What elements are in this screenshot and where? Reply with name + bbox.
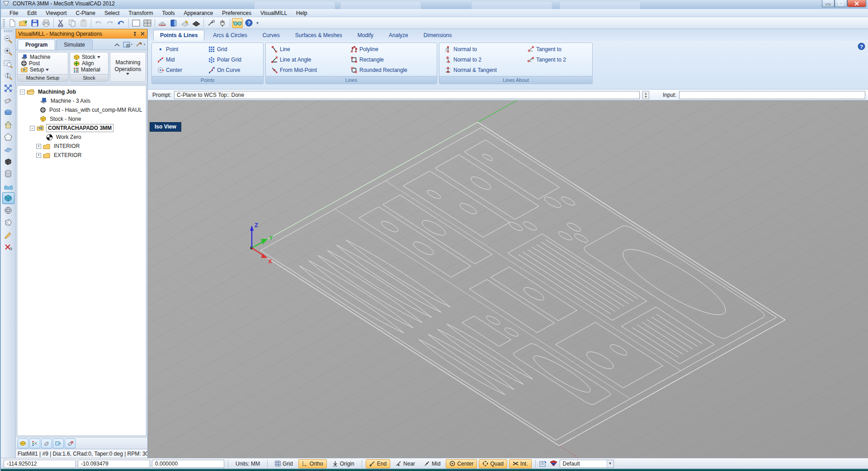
snap-int-toggle[interactable]: Int. — [509, 459, 532, 468]
pin-icon[interactable] — [132, 31, 137, 37]
points-on-curve-button[interactable]: On Curve — [207, 65, 259, 75]
menu-appearance[interactable]: Appearance — [179, 10, 217, 17]
prompt-field[interactable]: C-Plane to WCS Top:: Done — [174, 91, 640, 99]
menu-visualmill[interactable]: VisualMILL — [256, 10, 291, 17]
ribbon-tab-analyze[interactable]: Analyze — [382, 30, 415, 41]
zoom-selected-icon[interactable] — [2, 70, 14, 82]
snap-center-toggle[interactable]: Center — [446, 459, 477, 468]
line-button[interactable]: Line — [269, 44, 343, 54]
polyhedron-icon[interactable] — [2, 217, 14, 228]
disc-icon[interactable] — [2, 107, 14, 119]
snap-quad-toggle[interactable]: Quad — [479, 459, 507, 468]
machine-button[interactable]: Machine — [20, 54, 66, 60]
viewport-quad-icon[interactable] — [142, 18, 153, 28]
align-button[interactable]: Align — [72, 60, 106, 67]
tangent-to-button[interactable]: Tangent to — [526, 44, 589, 54]
solid-box-icon[interactable] — [2, 156, 14, 167]
cut-icon[interactable] — [56, 18, 66, 28]
machining-operations-button[interactable]: Machining Operations — [110, 52, 146, 82]
tree-row-post[interactable]: Post - Haas_with cut_comp-MM RAUL — [40, 105, 146, 114]
viewport-single-icon[interactable] — [131, 18, 142, 28]
workplane-icon[interactable] — [2, 143, 14, 155]
layer-dropdown[interactable]: Default ▼ — [560, 460, 614, 468]
panel-close-icon[interactable] — [140, 31, 145, 36]
viewport-3d[interactable]: Z Y X Iso View — [148, 100, 868, 458]
toolbar-grip[interactable] — [4, 30, 12, 32]
polar-grid-button[interactable]: Polar Grid — [207, 54, 259, 65]
normal-to-2-button[interactable]: Normal to 2 — [443, 54, 519, 65]
material-button[interactable]: Material — [72, 67, 106, 73]
grid-points-button[interactable]: Grid — [207, 44, 259, 54]
collapse-expander-icon[interactable]: − — [30, 126, 35, 131]
line-from-mid-point-button[interactable]: From Mid-Point — [269, 65, 343, 75]
zoom-out-icon[interactable] — [2, 33, 14, 45]
snap-near-toggle[interactable]: Near — [392, 459, 419, 468]
toolbar-grip[interactable] — [3, 19, 5, 27]
tree-row-interior[interactable]: + INTERIOR — [36, 142, 146, 151]
toolpath-points-icon[interactable] — [29, 438, 40, 448]
expand-expander-icon[interactable]: + — [36, 153, 41, 158]
snap-ortho-toggle[interactable]: Ortho — [298, 459, 327, 468]
snap-origin-toggle[interactable]: Origin — [329, 459, 358, 468]
resize-icon[interactable] — [206, 18, 217, 28]
cylinder-icon[interactable] — [2, 168, 14, 180]
zoom-in-icon[interactable] — [2, 46, 14, 57]
stock-button[interactable]: Stock — [72, 54, 106, 60]
ribbon-help-icon[interactable]: ? — [858, 43, 865, 50]
help-icon[interactable]: ? — [243, 18, 254, 28]
collapse-expander-icon[interactable]: − — [20, 90, 25, 95]
prompt-history-spinner[interactable]: ▲▼ — [642, 91, 649, 99]
mesh-shaded-icon[interactable] — [191, 18, 202, 28]
expand-expander-icon[interactable]: + — [36, 144, 41, 149]
tree-row-stock[interactable]: Stock - None — [40, 114, 146, 124]
snap-grid-toggle[interactable]: Grid — [271, 459, 297, 468]
menu-transform[interactable]: Transform — [124, 10, 157, 17]
delete-tool-icon[interactable] — [2, 241, 14, 253]
sketch-pencil-icon[interactable] — [2, 229, 14, 241]
menu-file[interactable]: File — [5, 10, 22, 17]
tools-dropdown-icon[interactable] — [136, 42, 146, 48]
zoom-extents-icon[interactable] — [2, 82, 14, 94]
panel-settings-icon[interactable] — [123, 42, 133, 48]
material-library-icon[interactable] — [168, 18, 179, 28]
menu-viewport[interactable]: Viewport — [42, 10, 71, 17]
tangent-to-2-button[interactable]: Tangent to 2 — [526, 54, 589, 65]
fluid-icon[interactable] — [2, 180, 14, 192]
copy-icon[interactable] — [67, 18, 78, 28]
tree-row-exterior[interactable]: + EXTERIOR — [36, 151, 146, 160]
surface-mesh-icon[interactable] — [157, 18, 168, 28]
refresh-icon[interactable] — [116, 18, 127, 28]
toolbar-overflow-icon[interactable]: ▾ — [255, 20, 260, 25]
stock-sim-icon[interactable] — [18, 438, 28, 448]
plugin-icon[interactable] — [217, 18, 228, 28]
menu-help[interactable]: Help — [292, 10, 311, 17]
tree-row-setup-contrachapado[interactable]: − CONTRACHAPADO 3MM — [30, 124, 146, 133]
menu-preferences[interactable]: Preferences — [218, 10, 255, 17]
simulate-tool-icon[interactable] — [41, 438, 52, 448]
menu-select[interactable]: Select — [100, 10, 123, 17]
simulate-icon[interactable] — [232, 18, 243, 28]
open-icon[interactable] — [18, 18, 29, 28]
collapse-chevron-icon[interactable] — [114, 43, 120, 47]
ribbon-tab-modify[interactable]: Modify — [351, 30, 380, 41]
point-button[interactable]: Point — [156, 44, 200, 54]
mesh-pick-icon[interactable] — [179, 18, 190, 28]
maximize-button[interactable] — [835, 0, 847, 7]
ribbon-tab-surfaces-meshes[interactable]: Surfaces & Meshes — [288, 30, 349, 41]
center-point-button[interactable]: Center — [156, 65, 200, 75]
zoom-window-icon[interactable] — [2, 58, 14, 70]
polygon-icon[interactable] — [2, 131, 14, 143]
menu-tools[interactable]: Tools — [158, 10, 179, 17]
layer-properties-icon[interactable] — [539, 460, 547, 467]
stop-sim-icon[interactable] — [65, 438, 75, 448]
print-icon[interactable] — [41, 18, 52, 28]
paste-icon[interactable] — [78, 18, 89, 28]
ribbon-tab-dimensions[interactable]: Dimensions — [417, 30, 459, 41]
menu-cplane[interactable]: C-Plane — [72, 10, 99, 17]
close-button[interactable] — [847, 0, 866, 7]
normal-and-tangent-button[interactable]: Normal & Tangent — [443, 65, 519, 75]
ribbon-tab-curves[interactable]: Curves — [256, 30, 287, 41]
sphere-icon[interactable] — [2, 205, 14, 216]
minimize-button[interactable] — [822, 0, 835, 7]
snap-mid-toggle[interactable]: Mid — [420, 459, 444, 468]
